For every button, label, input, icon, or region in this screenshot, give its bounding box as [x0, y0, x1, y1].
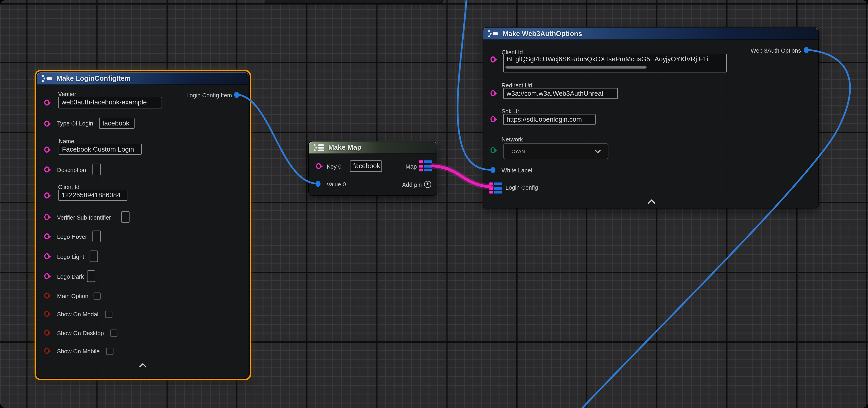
node-title: Make Web3AuthOptions — [503, 30, 582, 38]
pin-show-on-desktop[interactable] — [44, 330, 50, 336]
pin-label: Name — [59, 138, 74, 144]
logo-hover-input[interactable] — [92, 231, 101, 242]
output-label: Map — [405, 163, 417, 170]
chevron-down-icon — [594, 149, 601, 154]
pin-client-id[interactable] — [44, 193, 50, 199]
pin-label: Show On Modal — [57, 311, 98, 317]
type-of-login-input[interactable]: facebook — [99, 118, 134, 129]
sdk-url-input[interactable]: https://sdk.openlogin.com — [503, 114, 596, 125]
name-input[interactable]: Facebook Custom Login — [59, 144, 142, 155]
key-0-input[interactable]: facebook — [350, 160, 382, 172]
pin-label: Logo Hover — [57, 233, 87, 240]
pin-logo-hover[interactable] — [44, 233, 50, 239]
pin-logo-dark[interactable] — [44, 273, 50, 279]
pin-label: White Label — [501, 167, 532, 174]
pin-key-0[interactable] — [316, 163, 321, 169]
pin-label: Login Config — [505, 184, 538, 191]
client-id-input[interactable]: BEglQSgt4cUWcj6SKRdu5QkOXTsePmMcusG5EAoy… — [503, 54, 727, 72]
map-list-icon — [313, 144, 324, 151]
pin-main-option[interactable] — [44, 293, 50, 299]
node-header[interactable]: Make LoginConfigItem — [37, 72, 249, 84]
pin-name[interactable] — [44, 146, 50, 152]
pin-label: Show On Mobile — [57, 348, 100, 354]
node-make-web3authoptions[interactable]: Make Web3AuthOptions Web 3Auth Options C… — [483, 27, 818, 208]
pin-label: Sdk Url — [501, 108, 521, 114]
pin-label: Logo Light — [57, 253, 84, 260]
pin-label: Key 0 — [327, 163, 341, 170]
pin-label: Main Option — [57, 293, 88, 299]
pin-sdk-url[interactable] — [491, 116, 496, 122]
output-label: Web 3Auth Options — [751, 47, 801, 54]
client-id-scrollbar-thumb[interactable] — [505, 66, 647, 69]
collapse-chevron-up-icon[interactable] — [138, 363, 147, 368]
verifier-input[interactable]: web3auth-facebook-example — [58, 97, 162, 108]
pin-label: Redirect Url — [501, 82, 532, 89]
offscreen-node-bottom-edge[interactable] — [265, 0, 443, 4]
main-option-checkbox[interactable] — [94, 293, 101, 300]
client-id-input[interactable]: 1222658941886084 — [58, 190, 127, 201]
graph-canvas[interactable]: Make LoginConfigItem Login Config Item V… — [0, 0, 868, 408]
pin-redirect-url[interactable] — [491, 90, 496, 96]
pin-label: Show On Desktop — [57, 330, 104, 336]
pin-network[interactable] — [491, 147, 496, 153]
pin-label: Verifier Sub Identifier — [57, 214, 111, 220]
add-pin-plus-icon[interactable]: + — [424, 181, 431, 188]
output-label: Login Config Item — [186, 92, 232, 99]
pin-label: Client Id — [58, 183, 80, 190]
show-on-mobile-checkbox[interactable] — [106, 348, 114, 355]
pin-description[interactable] — [44, 166, 50, 172]
pin-label: Description — [57, 166, 86, 173]
verifier-sub-identifier-input[interactable] — [121, 211, 129, 223]
collapse-chevron-up-icon[interactable] — [647, 199, 656, 205]
pin-show-on-mobile[interactable] — [44, 348, 50, 354]
description-input[interactable] — [92, 164, 101, 175]
node-header[interactable]: Make Web3AuthOptions — [483, 28, 818, 40]
make-struct-icon — [488, 30, 499, 38]
pin-type-of-login[interactable] — [44, 121, 50, 127]
pin-label: Verifier — [58, 91, 76, 97]
pin-show-on-modal[interactable] — [44, 311, 50, 317]
node-title: Make Map — [328, 144, 361, 151]
pin-label: Value 0 — [327, 181, 346, 188]
logo-dark-input[interactable] — [87, 270, 95, 282]
network-dropdown[interactable]: CYAN — [503, 143, 609, 159]
logo-light-input[interactable] — [90, 250, 98, 262]
pin-verifier-sub-identifier[interactable] — [44, 214, 50, 220]
node-header[interactable]: Make Map — [309, 141, 437, 154]
make-struct-icon — [41, 75, 53, 82]
pin-verifier[interactable] — [44, 100, 50, 106]
network-dropdown-value: CYAN — [504, 148, 594, 154]
pin-logo-light[interactable] — [44, 253, 50, 259]
pin-label: Type Of Login — [57, 120, 93, 127]
pin-label: Network — [501, 136, 523, 143]
show-on-desktop-checkbox[interactable] — [110, 330, 118, 337]
show-on-modal-checkbox[interactable] — [105, 311, 113, 318]
pin-client-id[interactable] — [491, 57, 496, 63]
node-make-loginconfigitem[interactable]: Make LoginConfigItem Login Config Item V… — [36, 72, 249, 378]
redirect-url-input[interactable]: w3a://com.w3a.Web3AuthUnreal — [503, 88, 618, 99]
node-make-map[interactable]: Make Map Key 0 facebook Map Value 0 Add … — [308, 141, 437, 196]
add-pin-label[interactable]: Add pin — [402, 181, 422, 188]
pin-label: Logo Dark — [57, 273, 84, 280]
node-title: Make LoginConfigItem — [57, 75, 131, 82]
